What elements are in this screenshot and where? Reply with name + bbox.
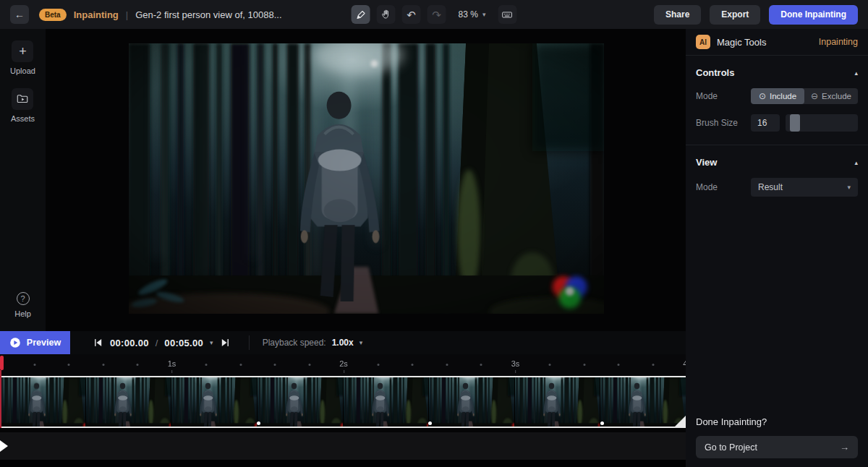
ruler-tick-dot [102,364,104,366]
view-title: View [696,157,717,168]
ruler-tick-dot [137,364,139,366]
filmstrip-frame[interactable] [600,377,686,427]
ruler-tick-dot [274,364,276,366]
editor-canvas[interactable] [46,29,686,331]
back-button[interactable]: ← [10,5,29,24]
view-mode-dropdown[interactable]: Result ▾ [751,178,858,197]
ruler-tick-dot [412,364,414,366]
brush-tool-button[interactable] [352,5,370,24]
forest-video-frame [129,43,604,314]
keyframe-marker[interactable] [428,421,432,425]
vertical-divider [249,335,250,350]
done-inpainting-button[interactable]: Done Inpainting [769,5,858,25]
video-preview[interactable] [129,43,604,314]
playback-bar: Preview 00:00.00 / 00:05.00 ▾ Playbac [0,331,686,354]
ruler-tick-dot [205,364,208,366]
help-label: Help [14,309,31,318]
tool-name-label: Inpainting [74,9,119,20]
sidebar-item-assets[interactable]: Assets [11,88,35,123]
go-to-project-button[interactable]: Go to Project → [696,436,858,458]
upload-label: Upload [10,67,35,75]
help-icon: ? [17,292,30,305]
chevron-down-icon: ▾ [482,11,486,18]
go-to-project-label: Go to Project [705,442,757,453]
ruler-tick-dot [480,364,482,366]
view-section: View ▴ Mode Result ▾ [686,145,868,210]
magic-tools-panel: AI Magic Tools Inpainting Controls ▴ Mod… [686,29,868,467]
keyboard-shortcuts-button[interactable] [498,5,516,24]
ruler-second-label: 1s [168,359,176,368]
ruler-tick-dot [583,364,585,366]
exclude-icon: ⊖ [811,91,818,101]
play-icon [9,337,21,348]
top-toolbar: ← Beta Inpainting | Gen-2 first person v… [0,0,868,29]
include-option[interactable]: ⊙ Include [751,88,804,104]
skip-to-start-button[interactable] [93,338,103,348]
filmstrip[interactable] [0,376,686,428]
keyboard-icon [501,9,514,21]
ai-badge-icon: AI [696,35,710,49]
filmstrip-frame[interactable] [429,377,514,427]
redo-icon: ↷ [432,9,441,20]
playback-speed-label: Playback speed: [263,338,326,348]
keyframe-marker[interactable] [600,421,604,425]
filmstrip-frame[interactable] [258,377,343,427]
clip-resize-handle[interactable] [675,416,686,427]
brush-size-slider[interactable] [786,114,858,132]
controls-section: Controls ▴ Mode ⊙ Include ⊖ Exclude Br [686,56,868,145]
chevron-down-icon: ▾ [359,339,363,346]
share-button[interactable]: Share [654,5,701,25]
view-mode-row: Mode Result ▾ [696,178,858,197]
undo-icon: ↶ [407,9,416,20]
filmstrip-frames [0,377,686,427]
filmstrip-frame[interactable] [344,377,429,427]
pan-tool-button[interactable] [377,5,396,24]
panel-header: AI Magic Tools Inpainting [686,29,868,56]
ruler-tick-dot [549,364,551,366]
zoom-level-dropdown[interactable]: 83 % ▾ [453,9,492,20]
ruler-tick-dot [33,364,35,366]
sidebar-item-upload[interactable]: + Upload [10,40,35,75]
include-label: Include [770,92,796,100]
chevron-down-icon[interactable]: ▾ [210,339,213,346]
export-button[interactable]: Export [710,5,760,25]
panel-mode-label: Inpainting [819,37,858,47]
ruler-tick-dot [308,364,310,366]
redo-button[interactable]: ↷ [427,5,446,24]
keyframe-marker[interactable] [257,421,260,425]
exclude-option[interactable]: ⊖ Exclude [804,88,858,104]
sidebar-item-help[interactable]: ? Help [0,292,46,318]
playhead-line [0,370,1,428]
collapse-up-icon: ▴ [854,159,858,166]
beta-badge: Beta [39,9,67,21]
brush-size-label: Brush Size [696,118,751,128]
filmstrip-frame[interactable] [171,377,257,427]
timeline-ruler[interactable]: 1s2s3s4s [0,354,686,376]
playhead-grip[interactable] [0,356,4,370]
total-time: 00:05.00 [164,338,203,348]
brush-size-row: Brush Size 16 [696,114,858,132]
slider-handle[interactable] [790,114,800,132]
view-section-header[interactable]: View ▴ [696,157,858,168]
controls-section-header[interactable]: Controls ▴ [696,67,858,78]
playback-speed-value: 1.00x [332,338,354,348]
done-inpainting-question: Done Inpainting? [696,416,858,427]
filmstrip-frame[interactable] [86,377,171,427]
skip-end-icon [220,338,230,348]
playback-speed-dropdown[interactable]: Playback speed: 1.00x ▾ [263,338,363,348]
assets-label: Assets [11,114,35,123]
filmstrip-frame[interactable] [515,377,600,427]
title-divider: | [126,9,128,20]
mode-control-row: Mode ⊙ Include ⊖ Exclude [696,88,858,104]
topbar-left-group: ← Beta Inpainting | Gen-2 first person v… [10,5,282,24]
transport-controls: 00:00.00 / 00:05.00 ▾ [93,338,230,348]
expand-track-icon[interactable] [0,440,8,452]
include-exclude-toggle: ⊙ Include ⊖ Exclude [751,88,858,104]
panel-footer: Done Inpainting? Go to Project → [686,416,868,467]
brush-size-input[interactable]: 16 [751,114,780,132]
filmstrip-frame[interactable] [0,377,85,427]
include-icon: ⊙ [759,91,766,101]
preview-button[interactable]: Preview [0,331,70,354]
undo-button[interactable]: ↶ [402,5,421,24]
skip-to-end-button[interactable] [220,338,230,348]
